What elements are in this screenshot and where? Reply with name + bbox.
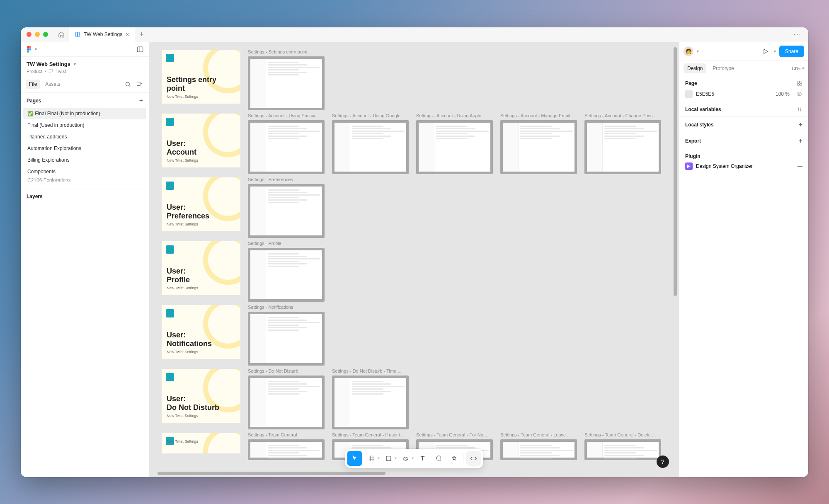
- svg-rect-2: [137, 82, 141, 85]
- add-page-icon[interactable]: [134, 80, 144, 89]
- styles-icon[interactable]: [797, 80, 802, 86]
- dev-mode-toggle[interactable]: [466, 451, 481, 466]
- user-avatar[interactable]: 🧑: [684, 46, 693, 56]
- document-tab[interactable]: TW Web Settings ×: [69, 27, 135, 42]
- horizontal-scrollbar[interactable]: [158, 472, 385, 475]
- frame-label[interactable]: Settings - Preferences: [248, 177, 325, 183]
- prototype-tab[interactable]: Prototype: [709, 63, 737, 73]
- doc-project-label[interactable]: Twist: [56, 69, 66, 74]
- frame-label[interactable]: Settings - Team General - Delete ...: [584, 433, 661, 439]
- toggle-ui-button[interactable]: [136, 46, 144, 53]
- frame-thumbnail[interactable]: [248, 184, 325, 238]
- pages-heading: Pages: [27, 98, 41, 104]
- frame-label[interactable]: Settings - Team General: [248, 433, 325, 439]
- section-cover[interactable]: User: AccountNew Twist Settings: [162, 114, 240, 167]
- frame-label[interactable]: Settings - Team General - For No...: [416, 433, 493, 439]
- chevron-down-icon[interactable]: ▾: [74, 62, 76, 66]
- frame-thumbnail[interactable]: [332, 120, 409, 174]
- overflow-menu-button[interactable]: ···: [787, 31, 808, 38]
- help-button[interactable]: ?: [657, 456, 669, 468]
- comment-tool[interactable]: [431, 451, 446, 466]
- minimize-window-icon[interactable]: [35, 32, 40, 37]
- design-tab[interactable]: Design: [684, 63, 706, 73]
- export-heading: Export: [685, 138, 701, 144]
- frame-label[interactable]: Settings - Team General - If user i...: [332, 433, 409, 439]
- bottom-toolbar: ▾ ▾ ▾ ▾: [345, 449, 483, 468]
- chevron-down-icon[interactable]: ▾: [774, 49, 776, 53]
- frame-label[interactable]: Settings - Team General - Leave ...: [500, 433, 577, 439]
- page-item[interactable]: Billing Explorations: [23, 154, 146, 166]
- main-menu-button[interactable]: ▾: [26, 46, 37, 53]
- home-button[interactable]: [54, 27, 69, 42]
- add-page-button[interactable]: +: [139, 97, 143, 104]
- frame-label[interactable]: Settings - Do Not Disturb: [248, 369, 325, 375]
- section-cover[interactable]: User: NotificationsNew Twist Settings: [162, 305, 240, 359]
- svg-rect-5: [800, 81, 802, 83]
- frame-thumbnail[interactable]: [500, 120, 577, 174]
- add-export-button[interactable]: +: [799, 137, 802, 145]
- section-cover[interactable]: Settings entry pointNew Twist Settings: [162, 50, 240, 104]
- frame-label[interactable]: Settings - Account - Using Passw...: [248, 114, 325, 119]
- minus-icon[interactable]: —: [797, 163, 802, 169]
- frame-label[interactable]: Settings - Profile: [248, 241, 325, 247]
- page-color-swatch[interactable]: [685, 90, 693, 98]
- frame-label[interactable]: Settings - Settings entry point: [248, 50, 325, 56]
- frame-thumbnail[interactable]: [248, 120, 325, 174]
- frame-thumbnail[interactable]: [332, 376, 409, 429]
- svg-point-9: [798, 108, 799, 109]
- search-icon[interactable]: [123, 80, 133, 89]
- page-item[interactable]: Automation Explorations: [23, 143, 146, 154]
- page-item[interactable]: ✅ Final Final (Not in production): [23, 108, 146, 119]
- frame-label[interactable]: Settings - Account - Using Apple: [416, 114, 493, 119]
- section-cover[interactable]: User: Do Not DisturbNew Twist Settings: [162, 369, 240, 423]
- svg-point-8: [799, 93, 800, 95]
- page-item[interactable]: C2106 Explorations: [23, 177, 146, 182]
- share-button[interactable]: Share: [779, 46, 804, 57]
- frame-thumbnail[interactable]: [416, 120, 493, 174]
- close-window-icon[interactable]: [27, 32, 32, 37]
- new-tab-button[interactable]: +: [135, 27, 148, 42]
- add-style-button[interactable]: +: [799, 121, 802, 128]
- present-button[interactable]: [761, 46, 771, 56]
- page-item[interactable]: Components: [23, 166, 146, 177]
- frame-thumbnail[interactable]: [248, 439, 325, 460]
- settings-icon[interactable]: [797, 107, 802, 112]
- frame-thumbnail[interactable]: [584, 120, 661, 174]
- page-color-hex[interactable]: E5E5E5: [696, 91, 714, 97]
- frame-label[interactable]: Settings - Account - Manage Email: [500, 114, 577, 119]
- frame-thumbnail[interactable]: [248, 376, 325, 429]
- chevron-down-icon[interactable]: ▾: [697, 49, 699, 53]
- chevron-down-icon: ▾: [35, 47, 37, 51]
- frame-thumbnail[interactable]: [248, 248, 325, 302]
- section-cover[interactable]: User: PreferencesNew Twist Settings: [162, 177, 240, 231]
- section-cover[interactable]: New Twist Settings: [162, 433, 240, 453]
- frame-tool[interactable]: [364, 451, 379, 466]
- close-tab-icon[interactable]: ×: [126, 31, 129, 38]
- page-item[interactable]: Final (Used in production): [23, 119, 146, 131]
- file-tab[interactable]: File: [26, 80, 40, 89]
- frame-thumbnail[interactable]: [584, 439, 661, 460]
- svg-rect-0: [137, 47, 143, 52]
- plugin-item[interactable]: ▶ Design System Organizer —: [685, 159, 802, 173]
- frame-thumbnail[interactable]: [248, 56, 325, 110]
- text-tool[interactable]: [415, 451, 430, 466]
- rectangle-tool[interactable]: [381, 451, 396, 466]
- page-item[interactable]: Planned additions: [23, 131, 146, 143]
- frame-thumbnail[interactable]: [500, 439, 577, 460]
- frame-label[interactable]: Settings - Account - Using Google: [332, 114, 409, 119]
- frame-thumbnail[interactable]: [248, 312, 325, 366]
- frame-label[interactable]: Settings - Do Not Disturb - Time ...: [332, 369, 409, 375]
- zoom-select[interactable]: 13%▾: [791, 66, 804, 71]
- actions-tool[interactable]: [447, 451, 462, 466]
- assets-tab[interactable]: Assets: [42, 80, 63, 89]
- doc-team-label[interactable]: Product: [27, 69, 42, 74]
- pen-tool[interactable]: [398, 451, 413, 466]
- frame-label[interactable]: Settings - Notifications: [248, 305, 325, 311]
- canvas[interactable]: Settings entry pointNew Twist SettingsSe…: [149, 42, 679, 477]
- fullscreen-window-icon[interactable]: [43, 32, 48, 37]
- vertical-scrollbar[interactable]: [674, 47, 677, 296]
- visibility-icon[interactable]: [796, 91, 802, 97]
- frame-label[interactable]: Settings - Account - Change Pass...: [584, 114, 661, 119]
- section-cover[interactable]: User: ProfileNew Twist Settings: [162, 241, 240, 295]
- move-tool[interactable]: [347, 451, 362, 466]
